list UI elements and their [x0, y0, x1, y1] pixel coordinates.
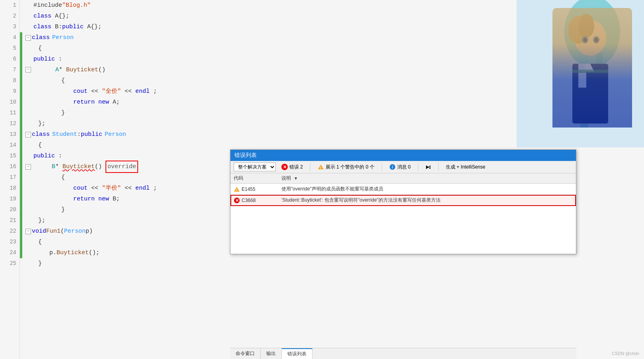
error-panel-spacer [230, 206, 576, 254]
info-icon: i [389, 164, 396, 170]
line-num-10: 10 [0, 97, 16, 108]
error-panel-title: 错误列表 [234, 152, 257, 159]
line-num-6: 6 [0, 54, 16, 65]
line-num-17: 17 [0, 172, 16, 183]
error-panel-titlebar: 错误列表 [230, 150, 576, 161]
code-line-4: − class Person [22, 32, 644, 43]
line-num-9: 9 [0, 86, 16, 97]
warning-count-button[interactable]: ! 展示 1 个警告中的 0 个 [314, 163, 378, 171]
error-code-cell: ! E1455 [230, 184, 278, 195]
toolbar-divider-2 [382, 163, 382, 171]
filter-icon: ⧑ [425, 164, 431, 170]
error-description-cell: 'Student::Buyticket': 包含重写说明符"override"的… [278, 195, 544, 206]
collapse-btn-22[interactable]: − [25, 229, 31, 234]
bottom-tabs: 命令窗口 输出 错误列表 [230, 348, 576, 359]
tab-error-list[interactable]: 错误列表 [282, 348, 312, 359]
svg-text:i: i [392, 165, 393, 169]
error-icon: ✕ [281, 164, 288, 170]
sort-icon[interactable]: ▼ [294, 176, 298, 180]
table-row[interactable]: ✕ C3668 'Student::Buyticket': 包含重写说明符"ov… [230, 195, 576, 206]
line-num-14: 14 [0, 140, 16, 151]
warning-row-icon: ! [234, 186, 240, 192]
line-num-7: 7 [0, 65, 16, 75]
line-num-8: 8 [0, 75, 16, 86]
table-row[interactable]: ! E1455 使用"override"声明的成员函数不能重写基类成员 [230, 184, 576, 195]
code-line-3: class B:public A{}; [22, 22, 644, 32]
col-header-description: 说明 ▼ [278, 173, 544, 184]
line-num-12: 12 [0, 118, 16, 129]
line-num-13: 13 [0, 129, 16, 140]
svg-text:!: ! [320, 166, 321, 170]
line-num-23: 23 [0, 237, 16, 247]
toolbar-divider-1 [310, 163, 310, 171]
line-numbers: 1 2 3 4 5 6 7 8 9 10 11 12 13 14 15 16 1… [0, 0, 20, 359]
line-num-16: 16 [0, 161, 16, 172]
line-num-21: 21 [0, 215, 16, 226]
line-num-25: 25 [0, 258, 16, 269]
error-table-body: ! E1455 使用"override"声明的成员函数不能重写基类成员 ✕ [230, 184, 576, 206]
warning-icon: ! [318, 164, 324, 170]
error-count-button[interactable]: ✕ 错误 2 [278, 163, 306, 171]
toolbar-divider-4 [438, 163, 439, 171]
code-line-10: return new A; [22, 97, 644, 108]
line-num-15: 15 [0, 151, 16, 161]
code-line-13: − class Student : public Person [22, 129, 644, 140]
code-line-7: − A* Buyticket() [22, 65, 644, 75]
toolbar-divider-3 [418, 163, 418, 171]
line-num-1: 1 [0, 0, 16, 11]
collapse-btn-16[interactable]: − [25, 164, 31, 170]
override-keyword: override [105, 161, 138, 173]
code-line-25: } [22, 258, 644, 269]
collapse-btn-13[interactable]: − [25, 132, 31, 137]
line-num-3: 3 [0, 22, 16, 32]
collapse-btn-4[interactable]: − [25, 35, 31, 41]
code-line-1: #include"Blog.h" [22, 0, 644, 11]
svg-text:!: ! [236, 188, 238, 192]
watermark: CSDN @chdv [612, 351, 639, 356]
code-line-14: { [22, 140, 644, 151]
line-num-18: 18 [0, 183, 16, 194]
line-num-5: 5 [0, 43, 16, 54]
col-header-extra [544, 173, 576, 184]
code-line-8: { [22, 75, 644, 86]
error-row-icon: ✕ [234, 197, 240, 204]
code-line-5: { [22, 43, 644, 54]
error-panel: 错误列表 整个解决方案 ✕ 错误 2 ! 展示 1 个警告中的 0 个 i 消息… [230, 149, 576, 254]
code-line-12: }; [22, 118, 644, 129]
code-line-11: } [22, 108, 644, 118]
error-description-cell: 使用"override"声明的成员函数不能重写基类成员 [278, 184, 544, 195]
tab-command-window[interactable]: 命令窗口 [230, 348, 261, 359]
line-num-22: 22 [0, 226, 16, 237]
solution-filter-dropdown[interactable]: 整个解决方案 [234, 163, 276, 171]
collapse-btn-7[interactable]: − [25, 67, 31, 73]
line-num-4: 4 [0, 32, 16, 43]
col-header-code: 代码 [230, 173, 278, 184]
error-table-header: 代码 说明 ▼ [230, 173, 576, 184]
message-count-button[interactable]: i 消息 0 [386, 163, 414, 171]
error-table: 代码 说明 ▼ ! E1455 [230, 173, 576, 206]
build-intellisense-button[interactable]: 生成 + IntelliSense [443, 163, 489, 171]
tab-output[interactable]: 输出 [261, 348, 282, 359]
line-num-2: 2 [0, 11, 16, 22]
code-line-6: public : [22, 54, 644, 65]
error-panel-toolbar: 整个解决方案 ✕ 错误 2 ! 展示 1 个警告中的 0 个 i 消息 0 ⧑ … [230, 161, 576, 173]
line-num-11: 11 [0, 108, 16, 118]
filter-button[interactable]: ⧑ [422, 163, 434, 171]
code-line-9: cout << "全价" << endl ; [22, 86, 644, 97]
code-line-2: class A{}; [22, 11, 644, 22]
line-num-19: 19 [0, 194, 16, 204]
error-code-cell: ✕ C3668 [230, 195, 278, 206]
line-num-20: 20 [0, 204, 16, 215]
svg-text:✕: ✕ [235, 198, 239, 203]
line-num-24: 24 [0, 247, 16, 258]
